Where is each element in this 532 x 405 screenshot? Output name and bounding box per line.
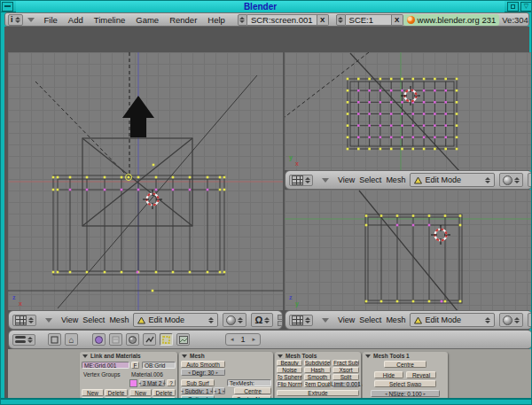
- menu-game[interactable]: Game: [136, 15, 159, 25]
- object-context-button[interactable]: [143, 333, 156, 346]
- viewport-top-header: View Select Mesh Edit Mode Ω: [285, 170, 532, 190]
- collapse-menus-icon[interactable]: [322, 318, 329, 323]
- subdiv-render-spinner[interactable]: 1: [214, 387, 225, 394]
- split-button[interactable]: Split: [332, 374, 359, 380]
- fract-subd-button[interactable]: Fract Sub: [332, 360, 359, 366]
- mode-dropdown[interactable]: Edit Mode: [410, 313, 495, 327]
- window-type-dropdown-3dview[interactable]: [289, 175, 313, 186]
- window-type-dropdown-3dview[interactable]: [12, 315, 36, 326]
- layer-buttons-group1[interactable]: [278, 315, 283, 326]
- menu-view[interactable]: View: [338, 315, 355, 324]
- mode-dropdown[interactable]: Edit Mode: [410, 173, 495, 187]
- blender-logo-icon: [407, 16, 415, 24]
- beauty-toggle[interactable]: Beauty: [277, 360, 302, 366]
- extrude-button[interactable]: Extrude: [277, 390, 359, 396]
- hash-button[interactable]: Hash: [304, 367, 331, 373]
- panel-header[interactable]: Link and Materials: [82, 353, 141, 359]
- auto-smooth-toggle[interactable]: Auto Smooth: [181, 361, 225, 368]
- menu-select[interactable]: Select: [359, 175, 381, 184]
- centre-button[interactable]: Centre: [234, 387, 271, 394]
- frame-next-icon[interactable]: ▸: [253, 336, 256, 343]
- smooth-button[interactable]: Smooth: [304, 374, 331, 380]
- degr-spinner[interactable]: Degr: 30: [181, 369, 225, 376]
- fake-user-button[interactable]: F: [131, 362, 139, 369]
- shading-context-button[interactable]: [126, 333, 139, 346]
- draw-type-dropdown[interactable]: [499, 313, 523, 327]
- draw-type-dropdown[interactable]: [499, 173, 523, 187]
- logic-context-button[interactable]: [92, 333, 106, 346]
- mode-dropdown[interactable]: Edit Mode: [133, 313, 218, 327]
- menu-timeline[interactable]: Timeline: [94, 15, 126, 25]
- menu-view[interactable]: View: [61, 315, 78, 324]
- menu-select[interactable]: Select: [359, 315, 381, 324]
- nsize-spinner[interactable]: NSize: 0.100: [371, 390, 440, 397]
- frame-prev-icon[interactable]: ◂: [231, 336, 234, 343]
- vgroup-new-button[interactable]: New: [82, 389, 104, 396]
- menu-mesh[interactable]: Mesh: [386, 315, 405, 324]
- window-type-dropdown-buttons[interactable]: [12, 334, 35, 346]
- screen-name-field[interactable]: SCR:screen.001: [247, 14, 317, 26]
- viewport-side[interactable]: zy: [285, 190, 532, 310]
- select-swap-button[interactable]: Select Swap: [374, 380, 436, 387]
- window-type-dropdown-3dview[interactable]: [289, 315, 313, 326]
- scene-delete-button[interactable]: X: [392, 14, 403, 26]
- site-badge: www.blender.org 231: [403, 14, 500, 26]
- window-maximize-button[interactable]: [507, 2, 519, 12]
- viewport-top[interactable]: yx: [285, 52, 532, 170]
- panel-header[interactable]: Mesh Tools: [278, 353, 317, 359]
- material-delete-button[interactable]: Delete: [153, 389, 176, 396]
- menu-mesh[interactable]: Mesh: [386, 175, 405, 184]
- mesh-datablock-field[interactable]: ME:Grid.001: [82, 362, 129, 369]
- scene-context-button[interactable]: [176, 333, 190, 346]
- material-color-swatch[interactable]: [129, 379, 137, 387]
- xsort-button[interactable]: Xsort: [332, 367, 359, 373]
- menu-render[interactable]: Render: [169, 15, 197, 25]
- menu-file[interactable]: File: [44, 15, 58, 25]
- material-query-button[interactable]: ?: [167, 379, 176, 386]
- screen-delete-button[interactable]: X: [317, 14, 329, 26]
- subdivide-button[interactable]: Subdivide: [304, 360, 331, 366]
- collapse-menus-icon[interactable]: [322, 178, 329, 183]
- screen-browse-button[interactable]: [238, 14, 247, 26]
- to-sphere-button[interactable]: To Sphere: [277, 374, 302, 380]
- material-new-button[interactable]: New: [129, 389, 152, 396]
- reveal-button[interactable]: Reveal: [406, 371, 436, 378]
- noise-button[interactable]: Noise: [277, 367, 302, 373]
- window-shade-button[interactable]: ▽: [520, 2, 532, 12]
- scene-name-field[interactable]: SCE:1: [346, 14, 392, 26]
- flip-normals-button[interactable]: Flip Norm: [277, 381, 302, 387]
- axis-indicator-top: yx: [289, 154, 299, 167]
- menu-add[interactable]: Add: [68, 15, 83, 25]
- window-type-dropdown-info[interactable]: i: [8, 14, 23, 26]
- menu-select[interactable]: Select: [82, 315, 105, 324]
- rotation-mode-dropdown[interactable]: Ω: [528, 173, 532, 187]
- script-context-button[interactable]: [109, 333, 122, 346]
- subdiv-spinner[interactable]: Subdiv: 1: [181, 387, 213, 394]
- home-button[interactable]: ⌂: [65, 333, 78, 346]
- panel-alignment-button[interactable]: [48, 333, 61, 346]
- panel-header[interactable]: Mesh: [182, 353, 205, 359]
- frame-number-spinner[interactable]: ◂ 1 ▸: [225, 333, 261, 346]
- menu-view[interactable]: View: [338, 175, 355, 184]
- panel-header[interactable]: Mesh Tools 1: [365, 353, 410, 359]
- material-index-spinner[interactable]: 3 Mat 2: [139, 379, 165, 386]
- hide-button[interactable]: Hide: [374, 371, 403, 378]
- subsurf-toggle[interactable]: Sub Surf: [181, 379, 215, 386]
- draw-type-dropdown[interactable]: [223, 313, 246, 327]
- version-stats: Ve:304-416 | F: [502, 15, 529, 25]
- collapse-menus-icon[interactable]: [27, 18, 35, 22]
- rotation-mode-dropdown[interactable]: Ω: [251, 313, 273, 327]
- vgroup-delete-button[interactable]: Delete: [105, 389, 128, 396]
- menu-help[interactable]: Help: [207, 15, 225, 25]
- object-name-field[interactable]: OB:Grid: [142, 362, 176, 369]
- viewport-front[interactable]: zx: [8, 52, 283, 310]
- texmesh-field[interactable]: TexMesh:: [227, 379, 271, 386]
- scene-browse-button[interactable]: [336, 14, 346, 26]
- limit-spinner[interactable]: Limit: 0.001: [332, 381, 359, 387]
- centre-button[interactable]: Centre: [384, 361, 426, 368]
- window-menu-button[interactable]: [2, 2, 13, 12]
- rotation-mode-dropdown[interactable]: Ω: [528, 313, 532, 327]
- collapse-menus-icon[interactable]: [45, 318, 52, 323]
- editing-context-button[interactable]: [160, 333, 173, 346]
- menu-mesh[interactable]: Mesh: [109, 315, 129, 324]
